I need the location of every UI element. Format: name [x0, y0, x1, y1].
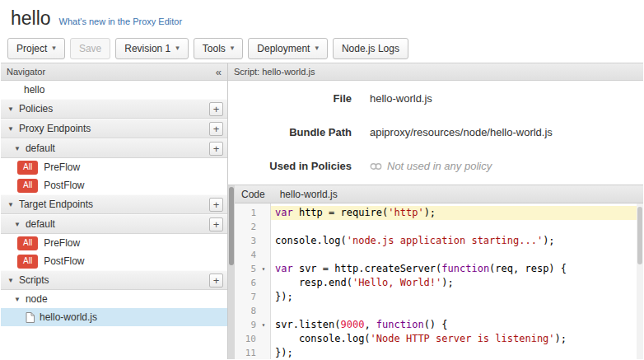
- fold-spacer: [256, 220, 271, 234]
- chevron-down-icon: ▾: [315, 44, 319, 52]
- disclosure-triangle-icon: ▼: [7, 105, 14, 113]
- project-menu-button[interactable]: Project ▾: [7, 38, 65, 59]
- code-line-content[interactable]: [271, 304, 643, 318]
- add-policy-button[interactable]: +: [209, 102, 223, 116]
- used-in-policies-label: Used in Policies: [228, 160, 352, 172]
- code-line-content[interactable]: var http = require('http');: [271, 206, 643, 220]
- fold-spacer: [256, 234, 271, 248]
- gutter-cell: 3: [235, 234, 271, 248]
- gutter-cell: 4: [235, 248, 271, 262]
- proxy-endpoint-default-label: default: [26, 143, 55, 154]
- code-line-content[interactable]: [271, 220, 643, 234]
- code-line: 10 console.log('Node HTTP server is list…: [235, 332, 643, 346]
- revision-menu-button[interactable]: Revision 1 ▾: [115, 38, 189, 59]
- nodejs-logs-label: Node.js Logs: [342, 43, 399, 54]
- code-line-content[interactable]: var svr = http.createServer(function(req…: [271, 262, 643, 276]
- gutter-cell: 9▾: [235, 318, 271, 332]
- code-line: 1var http = require('http');: [235, 206, 643, 220]
- fold-spacer: [256, 290, 271, 304]
- code-line: 4: [235, 248, 643, 262]
- code-line-content[interactable]: svr.listen(9000, function() {: [271, 318, 643, 332]
- section-policies-label: Policies: [19, 103, 53, 115]
- tree-item-hello[interactable]: hello: [1, 81, 227, 99]
- collapse-navigator-button[interactable]: «: [216, 66, 222, 78]
- gutter-cell: 2: [235, 220, 271, 234]
- target-postflow-item[interactable]: All PostFlow: [1, 252, 227, 270]
- app-header: hello What's new in the Proxy Editor: [1, 1, 643, 34]
- line-number: 10: [235, 332, 256, 346]
- section-scripts[interactable]: ▼ Scripts +: [1, 270, 227, 290]
- gutter-cell: 7: [235, 290, 271, 304]
- script-panel-header: Script: hello-world.js: [228, 63, 643, 81]
- chevron-down-icon: ▾: [52, 44, 56, 52]
- save-button-label: Save: [79, 43, 101, 54]
- section-proxy-endpoints[interactable]: ▼ Proxy Endpoints +: [1, 119, 227, 138]
- proxy-preflow-label: PreFlow: [44, 161, 80, 173]
- add-target-endpoint-button[interactable]: +: [209, 198, 223, 212]
- nodejs-logs-button[interactable]: Node.js Logs: [333, 38, 408, 59]
- disclosure-triangle-icon: ▼: [7, 125, 14, 133]
- disclosure-triangle-icon: ▼: [14, 296, 21, 303]
- code-line: 5▾var svr = http.createServer(function(r…: [235, 262, 643, 276]
- proxy-postflow-item[interactable]: All PostFlow: [1, 176, 227, 194]
- line-number: 6: [235, 276, 256, 290]
- editor-right-scrollbar[interactable]: [637, 203, 643, 359]
- code-editor[interactable]: 1var http = require('http');23console.lo…: [235, 203, 643, 359]
- disclosure-triangle-icon: ▼: [7, 277, 14, 284]
- code-line-content[interactable]: });: [271, 290, 643, 304]
- target-endpoint-default[interactable]: ▼ default +: [1, 214, 227, 234]
- used-in-policies-value: Not used in any policy: [370, 160, 492, 172]
- all-conditions-badge: All: [17, 236, 38, 250]
- code-line-content[interactable]: });: [271, 346, 643, 359]
- tools-menu-button[interactable]: Tools ▾: [194, 38, 244, 59]
- deployment-menu-label: Deployment: [257, 43, 310, 54]
- project-menu-label: Project: [16, 43, 47, 54]
- tree-item-hello-world-js[interactable]: hello-world.js: [1, 308, 227, 326]
- tools-menu-label: Tools: [203, 43, 226, 54]
- add-proxy-endpoint-button[interactable]: +: [209, 122, 223, 136]
- target-preflow-item[interactable]: All PreFlow: [1, 234, 227, 252]
- add-proxy-flow-button[interactable]: +: [209, 142, 223, 156]
- whats-new-link[interactable]: What's new in the Proxy Editor: [59, 16, 182, 26]
- code-vertical-scrollbar[interactable]: [228, 185, 235, 359]
- main-area: Navigator « hello ▼ Policies + ▼ Proxy E…: [1, 63, 643, 359]
- scrollbar-thumb[interactable]: [637, 207, 642, 264]
- code-line-content[interactable]: [271, 248, 643, 262]
- add-script-button[interactable]: +: [209, 274, 223, 288]
- proxy-preflow-item[interactable]: All PreFlow: [1, 158, 227, 176]
- line-number: 3: [235, 234, 256, 248]
- code-line: 11});: [235, 346, 643, 359]
- file-value: hello-world.js: [370, 92, 432, 105]
- proxy-postflow-label: PostFlow: [44, 180, 84, 191]
- fold-arrow-icon[interactable]: ▾: [256, 318, 271, 332]
- tree-item-node[interactable]: ▼ node: [1, 290, 227, 308]
- code-line-content[interactable]: console.log('node.js application startin…: [271, 234, 643, 248]
- line-number: 9: [235, 318, 256, 332]
- scrollbar-thumb[interactable]: [229, 187, 234, 265]
- gutter-cell: 1: [235, 206, 271, 220]
- proxy-editor-app: hello What's new in the Proxy Editor Pro…: [0, 0, 644, 360]
- bundle-path-value: apiproxy/resources/node/hello-world.js: [370, 126, 553, 138]
- deployment-menu-button[interactable]: Deployment ▾: [248, 38, 328, 59]
- code-line: 7});: [235, 290, 643, 304]
- save-button[interactable]: Save: [70, 38, 110, 59]
- proxy-endpoint-default[interactable]: ▼ default +: [1, 138, 227, 158]
- revision-menu-label: Revision 1: [124, 43, 170, 54]
- tree-item-hello-label: hello: [24, 84, 44, 96]
- code-line: 6 resp.end('Hello, World!');: [235, 276, 643, 290]
- section-policies[interactable]: ▼ Policies +: [1, 99, 227, 119]
- add-target-flow-button[interactable]: +: [209, 217, 223, 231]
- page-title: hello: [11, 7, 51, 30]
- fold-arrow-icon[interactable]: ▾: [256, 262, 271, 276]
- section-scripts-label: Scripts: [19, 274, 49, 286]
- tree-item-hello-world-js-label: hello-world.js: [40, 311, 97, 323]
- code-header: Code hello-world.js: [235, 185, 643, 203]
- line-number: 5: [235, 262, 256, 276]
- gutter-cell: 6: [235, 276, 271, 290]
- code-line-content[interactable]: resp.end('Hello, World!');: [271, 276, 643, 290]
- section-target-endpoints[interactable]: ▼ Target Endpoints +: [1, 194, 227, 214]
- gutter-cell: 5▾: [235, 262, 271, 276]
- fold-spacer: [256, 248, 271, 262]
- code-line-content[interactable]: console.log('Node HTTP server is listeni…: [271, 332, 643, 346]
- code-file-tab[interactable]: hello-world.js: [280, 189, 338, 200]
